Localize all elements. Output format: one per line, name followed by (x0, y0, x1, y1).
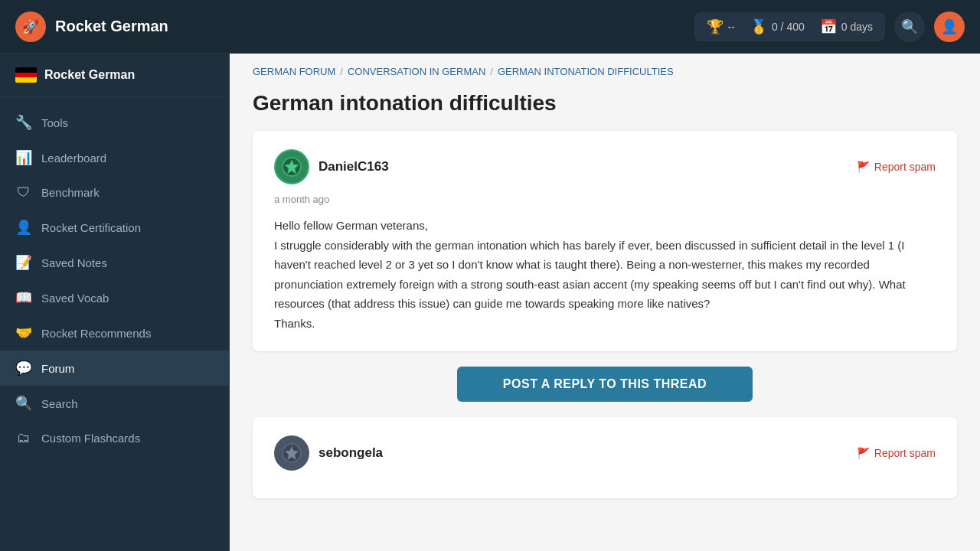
stat-rank: 🏆 -- (707, 18, 735, 35)
days-value: 0 days (841, 21, 873, 33)
sidebar-item-label-search: Search (41, 397, 78, 410)
sidebar-item-label-benchmark: Benchmark (41, 186, 100, 199)
breadcrumb-link-2[interactable]: GERMAN INTONATION DIFFICULTIES (498, 66, 674, 77)
breadcrumb-link-1[interactable]: CONVERSATION IN GERMAN (348, 66, 485, 77)
main-layout: Rocket German 🔧 Tools 📊 Leaderboard 🛡 Be… (0, 54, 980, 551)
breadcrumb: GERMAN FORUM/CONVERSATION IN GERMAN/GERM… (230, 54, 980, 83)
reply-btn-container: POST A REPLY TO THIS THREAD (253, 367, 957, 402)
sidebar-item-rocket-certification[interactable]: 👤 Rocket Certification (0, 210, 229, 245)
header-brand: 🚀 Rocket German (15, 11, 168, 42)
page-title: German intonation difficulties (230, 83, 980, 131)
post-time-1: a month ago (274, 194, 936, 205)
main-content: GERMAN FORUM/CONVERSATION IN GERMAN/GERM… (230, 54, 980, 551)
sidebar-item-label-rocket-recommends: Rocket Recommends (41, 327, 151, 340)
user-avatar-button[interactable]: 👤 (934, 11, 965, 42)
breadcrumb-separator: / (490, 66, 493, 77)
logo-icon: 🚀 (15, 11, 46, 42)
post-author-2: sebongela (274, 435, 383, 471)
report-spam-label-2: Report spam (874, 447, 936, 459)
breadcrumb-link-0[interactable]: GERMAN FORUM (253, 66, 335, 77)
points-icon: 🥇 (750, 18, 767, 35)
rocket-recommends-icon: 🤝 (15, 324, 32, 341)
report-spam-label-1: Report spam (874, 161, 936, 173)
forum-icon: 💬 (15, 360, 32, 377)
stats-bar: 🏆 -- 🥇 0 / 400 📅 0 days (694, 12, 885, 41)
sidebar-item-label-leaderboard: Leaderboard (41, 152, 106, 165)
post-body-1: Hello fellow German veterans,I struggle … (274, 216, 936, 333)
search-button[interactable]: 🔍 (894, 11, 925, 42)
sidebar-item-saved-notes[interactable]: 📝 Saved Notes (0, 245, 229, 280)
sidebar-item-custom-flashcards[interactable]: 🗂 Custom Flashcards (0, 421, 229, 455)
report-flag-icon-2: 🚩 (857, 447, 870, 459)
app-title: Rocket German (55, 18, 168, 35)
sidebar-item-label-forum: Forum (41, 362, 74, 375)
sidebar-item-saved-vocab[interactable]: 📖 Saved Vocab (0, 280, 229, 315)
leaderboard-icon: 📊 (15, 149, 32, 166)
sidebar-item-benchmark[interactable]: 🛡 Benchmark (0, 175, 229, 210)
post-card-1: DanielC163 🚩 Report spam a month ago Hel… (253, 131, 957, 351)
sidebar: Rocket German 🔧 Tools 📊 Leaderboard 🛡 Be… (0, 54, 230, 551)
author-name-2: sebongela (318, 445, 383, 461)
post-header-2: sebongela 🚩 Report spam (274, 435, 936, 471)
tools-icon: 🔧 (15, 114, 32, 131)
benchmark-icon: 🛡 (15, 184, 32, 201)
sidebar-item-leaderboard[interactable]: 📊 Leaderboard (0, 140, 229, 175)
sidebar-item-label-saved-vocab: Saved Vocab (41, 292, 109, 305)
rank-value: -- (728, 21, 735, 33)
report-flag-icon-1: 🚩 (857, 161, 870, 173)
post-header-1: DanielC163 🚩 Report spam (274, 149, 936, 184)
author-name-1: DanielC163 (318, 159, 389, 174)
report-spam-button-2[interactable]: 🚩 Report spam (857, 447, 936, 459)
stat-points: 🥇 0 / 400 (750, 18, 805, 35)
sidebar-item-label-saved-notes: Saved Notes (41, 256, 107, 269)
search-icon: 🔍 (15, 395, 32, 412)
sidebar-item-label-custom-flashcards: Custom Flashcards (41, 432, 140, 445)
post-card-2: sebongela 🚩 Report spam (253, 417, 957, 498)
post-reply-button[interactable]: POST A REPLY TO THIS THREAD (457, 367, 753, 402)
german-flag-icon (15, 67, 37, 83)
author-avatar-1 (274, 149, 309, 184)
sidebar-item-search[interactable]: 🔍 Search (0, 386, 229, 421)
sidebar-item-forum[interactable]: 💬 Forum (0, 350, 229, 386)
sidebar-item-label-tools: Tools (41, 116, 68, 129)
author-avatar-2 (274, 435, 309, 471)
post-author-1: DanielC163 (274, 149, 389, 184)
rank-icon: 🏆 (707, 18, 724, 35)
saved-notes-icon: 📝 (15, 254, 32, 271)
app-header: 🚀 Rocket German 🏆 -- 🥇 0 / 400 📅 0 days … (0, 0, 980, 54)
header-right: 🏆 -- 🥇 0 / 400 📅 0 days 🔍 👤 (694, 11, 965, 42)
sidebar-brand-title: Rocket German (44, 68, 135, 82)
points-value: 0 / 400 (772, 21, 805, 33)
days-icon: 📅 (820, 18, 837, 35)
custom-flashcards-icon: 🗂 (15, 430, 32, 446)
saved-vocab-icon: 📖 (15, 289, 32, 306)
rocket-certification-icon: 👤 (15, 219, 32, 236)
breadcrumb-separator: / (340, 66, 343, 77)
report-spam-button-1[interactable]: 🚩 Report spam (857, 161, 936, 173)
sidebar-brand: Rocket German (0, 54, 229, 97)
sidebar-item-tools[interactable]: 🔧 Tools (0, 105, 229, 140)
content-inner: DanielC163 🚩 Report spam a month ago Hel… (230, 131, 980, 521)
sidebar-item-label-rocket-certification: Rocket Certification (41, 221, 141, 234)
sidebar-nav: 🔧 Tools 📊 Leaderboard 🛡 Benchmark 👤 Rock… (0, 97, 229, 463)
sidebar-item-rocket-recommends[interactable]: 🤝 Rocket Recommends (0, 315, 229, 350)
stat-days: 📅 0 days (820, 18, 873, 35)
